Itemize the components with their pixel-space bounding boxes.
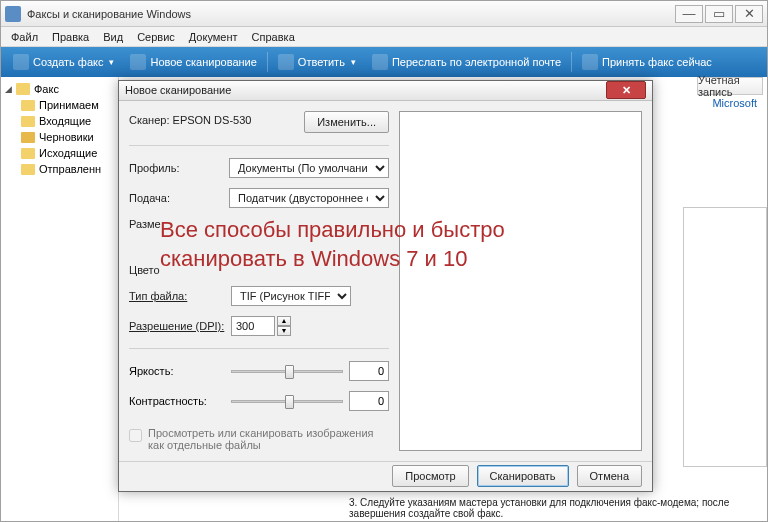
spin-down-icon[interactable]: ▼ xyxy=(277,326,291,336)
chevron-down-icon: ▾ xyxy=(109,57,114,67)
brightness-value: 0 xyxy=(349,361,389,381)
scanner-name: EPSON DS-530 xyxy=(173,114,252,126)
brightness-slider[interactable] xyxy=(231,361,343,381)
folder-icon xyxy=(21,100,35,111)
tree-item-outgoing[interactable]: Исходящие xyxy=(19,145,118,161)
contrast-value: 0 xyxy=(349,391,389,411)
menubar: Файл Правка Вид Сервис Документ Справка xyxy=(1,27,767,47)
tree-item-incoming[interactable]: Принимаем xyxy=(19,97,118,113)
folder-icon xyxy=(21,116,35,127)
app-icon xyxy=(5,6,21,22)
menu-document[interactable]: Документ xyxy=(183,29,244,45)
dialog-titlebar: Новое сканирование ✕ xyxy=(119,81,652,101)
tree-item-inbox[interactable]: Входящие xyxy=(19,113,118,129)
filetype-select[interactable]: TIF (Рисунок TIFF) xyxy=(231,286,351,306)
preview-panel xyxy=(683,207,767,467)
change-scanner-button[interactable]: Изменить... xyxy=(304,111,389,133)
window-title: Факсы и сканирование Windows xyxy=(27,8,675,20)
tree-item-drafts[interactable]: Черновики xyxy=(19,129,118,145)
new-scan-dialog: Новое сканирование ✕ Сканер: EPSON DS-53… xyxy=(118,80,653,492)
folder-icon xyxy=(21,148,35,159)
new-fax-button[interactable]: Создать факс▾ xyxy=(7,52,120,72)
dialog-close-button[interactable]: ✕ xyxy=(606,81,646,99)
dpi-stepper[interactable]: ▲▼ xyxy=(231,316,291,336)
menu-help[interactable]: Справка xyxy=(246,29,301,45)
receive-now-button[interactable]: Принять факс сейчас xyxy=(576,52,718,72)
new-scan-button[interactable]: Новое сканирование xyxy=(124,52,262,72)
receive-icon xyxy=(582,54,598,70)
contrast-slider[interactable] xyxy=(231,391,343,411)
folder-icon xyxy=(21,164,35,175)
preview-button[interactable]: Просмотр xyxy=(392,465,468,487)
account-value: Microsoft xyxy=(712,97,757,109)
menu-service[interactable]: Сервис xyxy=(131,29,181,45)
tree-root-fax[interactable]: ◢ Факс xyxy=(1,81,118,97)
profile-label: Профиль: xyxy=(129,162,223,174)
chevron-down-icon: ▾ xyxy=(351,57,356,67)
profile-select[interactable]: Документы (По умолчанию) xyxy=(229,158,389,178)
dpi-label: Разрешение (DPI): xyxy=(129,320,225,332)
dpi-input[interactable] xyxy=(231,316,275,336)
overlay-caption: Все способы правильно и быстро сканирова… xyxy=(160,216,610,273)
checkbox-input[interactable] xyxy=(129,429,142,442)
scan-button[interactable]: Сканировать xyxy=(477,465,569,487)
window-close-button[interactable]: ✕ xyxy=(735,5,763,23)
folder-tree: ◢ Факс Принимаем Входящие Черновики Исхо… xyxy=(1,77,119,521)
feed-label: Подача: xyxy=(129,192,223,204)
menu-view[interactable]: Вид xyxy=(97,29,129,45)
filetype-label: Тип файла: xyxy=(129,290,225,302)
toolbar: Создать факс▾ Новое сканирование Ответит… xyxy=(1,47,767,77)
contrast-label: Контрастность: xyxy=(129,395,225,407)
menu-edit[interactable]: Правка xyxy=(46,29,95,45)
folder-icon xyxy=(16,83,30,95)
fax-icon xyxy=(13,54,29,70)
tree-item-sent[interactable]: Отправленн xyxy=(19,161,118,177)
forward-button[interactable]: Переслать по электронной почте xyxy=(366,52,567,72)
reply-button[interactable]: Ответить▾ xyxy=(272,52,362,72)
tree-collapse-icon[interactable]: ◢ xyxy=(5,84,12,94)
titlebar: Факсы и сканирование Windows — ▭ ✕ xyxy=(1,1,767,27)
maximize-button[interactable]: ▭ xyxy=(705,5,733,23)
folder-icon xyxy=(21,132,35,143)
scanner-label: Сканер: EPSON DS-530 xyxy=(129,114,251,126)
feed-select[interactable]: Податчик (двустороннее сканир xyxy=(229,188,389,208)
separate-files-checkbox[interactable]: Просмотреть или сканировать изображения … xyxy=(129,427,389,451)
brightness-label: Яркость: xyxy=(129,365,225,377)
scan-icon xyxy=(130,54,146,70)
reply-icon xyxy=(278,54,294,70)
scan-form: Сканер: EPSON DS-530 Изменить... Профиль… xyxy=(129,111,389,451)
forward-icon xyxy=(372,54,388,70)
scan-preview-area xyxy=(399,111,642,451)
column-account[interactable]: Учетная запись xyxy=(697,77,763,95)
minimize-button[interactable]: — xyxy=(675,5,703,23)
cancel-button[interactable]: Отмена xyxy=(577,465,642,487)
checkbox-label: Просмотреть или сканировать изображения … xyxy=(148,427,389,451)
tree-root-label: Факс xyxy=(34,83,59,95)
menu-file[interactable]: Файл xyxy=(5,29,44,45)
dialog-title: Новое сканирование xyxy=(125,84,606,96)
dialog-footer: Просмотр Сканировать Отмена xyxy=(119,461,652,491)
spin-up-icon[interactable]: ▲ xyxy=(277,316,291,326)
footnote-text: 3. Следуйте указаниям мастера установки … xyxy=(349,497,767,519)
